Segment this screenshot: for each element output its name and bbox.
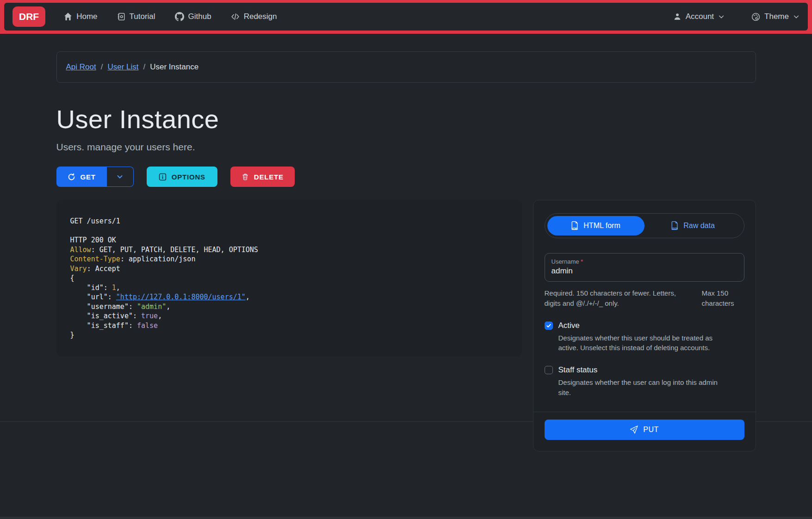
navbar: DRF Home Tutorial Github bbox=[0, 0, 812, 34]
footer-strip bbox=[0, 517, 812, 519]
get-dropdown-toggle[interactable] bbox=[107, 167, 134, 187]
delete-button[interactable]: DELETE bbox=[230, 167, 295, 187]
nav-item-label: Redesign bbox=[244, 12, 277, 21]
navbar-inner: DRF Home Tutorial Github bbox=[4, 3, 808, 31]
tab-raw-data-label: Raw data bbox=[683, 222, 715, 230]
breadcrumb-link-api-root[interactable]: Api Root bbox=[66, 62, 96, 72]
get-button[interactable]: GET bbox=[56, 167, 107, 187]
page-title: User Instance bbox=[56, 104, 756, 134]
staff-status-checkbox-label[interactable]: Staff status bbox=[558, 365, 598, 375]
breadcrumb-current: User Instance bbox=[150, 62, 198, 72]
svg-text:HTML: HTML bbox=[572, 227, 578, 229]
action-buttons: GET OPTIONS DELETE bbox=[56, 167, 756, 187]
nav-links: Home Tutorial Github Redesign bbox=[64, 12, 277, 21]
palette-icon bbox=[751, 12, 760, 21]
get-button-label: GET bbox=[81, 173, 96, 181]
account-menu[interactable]: Account bbox=[673, 12, 725, 21]
nav-item-label: Github bbox=[188, 12, 211, 21]
form-footer: PUT bbox=[533, 412, 756, 451]
check-icon bbox=[546, 323, 552, 328]
chevron-down-icon bbox=[793, 13, 800, 20]
github-icon bbox=[175, 12, 184, 21]
staff-status-checkbox-help: Designates whether the user can log into… bbox=[558, 377, 729, 398]
send-icon bbox=[630, 426, 638, 434]
tab-html-form-label: HTML form bbox=[583, 222, 620, 230]
breadcrumb-separator: / bbox=[101, 62, 103, 72]
username-help-right: Max 150 characters bbox=[702, 288, 744, 309]
username-help-left: Required. 150 characters or fewer. Lette… bbox=[545, 288, 687, 309]
active-checkbox[interactable] bbox=[545, 321, 553, 330]
page-subtitle: Users. manage your users here. bbox=[56, 142, 756, 153]
home-icon bbox=[64, 12, 72, 21]
file-json-icon: JSON bbox=[671, 221, 679, 231]
nav-item-label: Home bbox=[76, 12, 97, 21]
form-card: HTML HTML form JSON Raw data Username bbox=[533, 200, 756, 451]
username-help: Required. 150 characters or fewer. Lette… bbox=[545, 288, 744, 309]
response-url-link[interactable]: "http://127.0.0.1:8000/users/1" bbox=[116, 293, 246, 301]
staff-status-checkbox[interactable] bbox=[545, 366, 553, 374]
nav-item-github[interactable]: Github bbox=[175, 12, 211, 21]
theme-label: Theme bbox=[764, 12, 789, 21]
active-checkbox-label[interactable]: Active bbox=[558, 321, 580, 330]
code-icon bbox=[231, 12, 240, 21]
get-button-group: GET bbox=[56, 167, 134, 187]
options-button-label: OPTIONS bbox=[172, 173, 205, 181]
form-tabs: HTML HTML form JSON Raw data bbox=[545, 213, 744, 238]
svg-text:JSON: JSON bbox=[672, 227, 678, 229]
info-square-icon bbox=[159, 173, 167, 181]
tab-raw-data[interactable]: JSON Raw data bbox=[645, 216, 742, 235]
person-icon bbox=[673, 12, 682, 21]
staff-checkbox-block: Staff status Designates whether the user… bbox=[545, 365, 744, 398]
response-card: GET /users/1 HTTP 200 OKAllow: GET, PUT,… bbox=[56, 200, 522, 357]
put-button[interactable]: PUT bbox=[545, 420, 744, 440]
username-field-box[interactable]: Username * bbox=[545, 253, 744, 282]
nav-right: Account Theme bbox=[673, 12, 800, 21]
breadcrumb: Api Root / User List / User Instance bbox=[56, 51, 756, 83]
nav-item-tutorial[interactable]: Tutorial bbox=[117, 12, 155, 21]
nav-item-home[interactable]: Home bbox=[64, 12, 97, 21]
theme-menu[interactable]: Theme bbox=[751, 12, 800, 21]
main-content: GET /users/1 HTTP 200 OKAllow: GET, PUT,… bbox=[56, 200, 756, 451]
chevron-down-icon bbox=[718, 13, 725, 20]
put-button-label: PUT bbox=[643, 426, 659, 434]
delete-button-label: DELETE bbox=[254, 173, 284, 181]
refresh-icon bbox=[68, 173, 75, 181]
required-marker: * bbox=[581, 258, 583, 265]
breadcrumb-link-user-list[interactable]: User List bbox=[107, 62, 138, 72]
options-button[interactable]: OPTIONS bbox=[147, 167, 217, 187]
breadcrumb-separator: / bbox=[143, 62, 146, 72]
trash-icon bbox=[242, 173, 249, 181]
active-checkbox-block: Active Designates whether this user shou… bbox=[545, 321, 744, 353]
username-label: Username * bbox=[552, 258, 738, 265]
active-checkbox-help: Designates whether this user should be t… bbox=[558, 333, 729, 353]
journal-icon bbox=[117, 12, 125, 21]
username-input[interactable] bbox=[552, 266, 738, 276]
account-label: Account bbox=[686, 12, 714, 21]
file-html-icon: HTML bbox=[571, 221, 579, 231]
chevron-down-icon bbox=[116, 173, 124, 180]
nav-item-label: Tutorial bbox=[130, 12, 155, 21]
brand-logo[interactable]: DRF bbox=[12, 6, 45, 27]
nav-item-redesign[interactable]: Redesign bbox=[231, 12, 277, 21]
response-body: GET /users/1 HTTP 200 OKAllow: GET, PUT,… bbox=[70, 216, 508, 340]
tab-html-form[interactable]: HTML HTML form bbox=[547, 216, 645, 235]
